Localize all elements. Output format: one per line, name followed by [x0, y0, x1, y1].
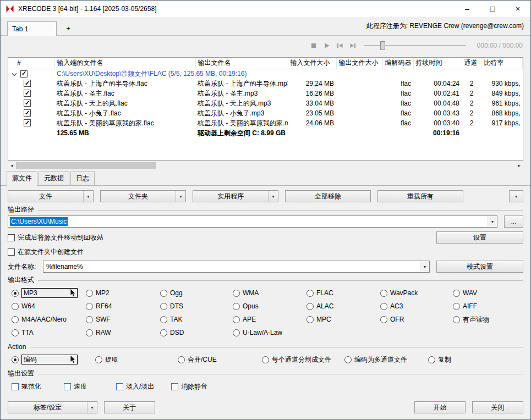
format-option[interactable]: TAK [160, 316, 233, 323]
table-row[interactable]: 杭盖乐队 - 小兔子.flac杭盖乐队 - 小兔子.mp323.05 MBfla… [8, 108, 523, 118]
output-setting-option[interactable]: 速度 [64, 382, 116, 391]
checkbox-icon[interactable] [116, 383, 123, 390]
pattern-settings-button[interactable]: 模式设置 [436, 261, 523, 273]
add-tab-button[interactable]: + [60, 21, 76, 35]
output-setting-option[interactable]: 消除静音 [171, 382, 523, 391]
checkbox-icon[interactable] [8, 234, 15, 241]
file-checkbox[interactable] [24, 90, 31, 97]
column-header-3[interactable]: 输入文件大小 [288, 58, 336, 69]
table-row[interactable]: 杭盖乐队 - 上海产的半导体.flac杭盖乐队 - 上海产的半导体.mp329.… [8, 79, 523, 89]
checkbox-icon[interactable] [12, 383, 19, 390]
format-option[interactable]: 有声读物 [453, 315, 523, 324]
column-header-4[interactable]: 输出文件大小 [336, 58, 382, 69]
expand-icon[interactable] [12, 73, 17, 76]
close-window-button[interactable]: × [505, 1, 530, 17]
output-path-combobox[interactable]: C:\Users\XU\Music ▼ [8, 215, 497, 228]
column-header-2[interactable]: 输出文件名 [195, 58, 288, 69]
about-button[interactable]: 关于 [104, 401, 155, 413]
reload-all-button[interactable]: 重载所有 [377, 190, 463, 202]
group-row[interactable]: C:\Users\XU\Desktop\音频文件\FLAC (5/5, 125.… [8, 69, 523, 79]
format-option[interactable]: MP2 [86, 289, 160, 297]
action-option[interactable]: 合并/CUE [178, 355, 262, 364]
format-option[interactable]: TTA [12, 329, 86, 336]
file-checkbox[interactable] [24, 100, 31, 107]
folder-button[interactable]: 文件夹 ▼ [100, 190, 186, 202]
format-option[interactable]: WavPack [380, 289, 453, 297]
file-button[interactable]: 文件 ▼ [8, 190, 94, 202]
settings-button[interactable]: 设置 [436, 231, 523, 244]
scrollbar-thumb[interactable] [16, 162, 156, 169]
tags-settings-button[interactable]: 标签/设定 ▼ [8, 401, 97, 413]
maximize-button[interactable]: □ [480, 1, 505, 17]
column-header-8[interactable]: 比特率 [481, 58, 523, 69]
filename-combobox[interactable]: %filename% ▼ [43, 261, 430, 273]
file-checkbox[interactable] [24, 119, 31, 126]
format-option[interactable]: ALAC [306, 302, 380, 310]
chevron-down-icon[interactable]: ▼ [420, 261, 429, 272]
format-option[interactable]: DTS [160, 302, 233, 310]
skip-start-icon[interactable] [333, 40, 347, 51]
scroll-left-icon[interactable]: ◄ [8, 162, 16, 169]
format-option[interactable]: MP3 [12, 288, 86, 298]
checkbox-icon[interactable] [64, 383, 71, 390]
scrollbar-track[interactable] [16, 162, 515, 169]
subtab-1[interactable]: 元数据 [39, 172, 69, 186]
format-option[interactable]: OFR [380, 316, 453, 323]
table-row[interactable]: 杭盖乐队 - 天上的风.flac杭盖乐队 - 天上的风.mp333.04 MBf… [8, 98, 523, 108]
format-option[interactable]: U-Law/A-Law [233, 329, 306, 336]
output-setting-option[interactable]: 规范化 [12, 382, 64, 391]
format-option[interactable]: APE [233, 316, 306, 323]
action-option[interactable]: 复制 [428, 355, 523, 364]
format-option[interactable]: DSD [160, 329, 233, 336]
scroll-right-icon[interactable]: ► [515, 162, 523, 169]
tab-1[interactable]: Tab 1 [7, 21, 57, 36]
chevron-down-icon[interactable]: ▼ [176, 191, 185, 202]
format-option[interactable]: WAV [453, 289, 523, 297]
output-setting-option[interactable]: 淡入/淡出 [116, 382, 171, 391]
more-dropdown-button[interactable]: ▼ [509, 190, 523, 202]
format-option[interactable]: FLAC [306, 289, 380, 297]
stop-icon[interactable] [307, 40, 320, 51]
format-option[interactable]: RF64 [86, 302, 160, 310]
column-header-0[interactable]: # [8, 58, 54, 69]
format-option[interactable]: RAW [86, 329, 160, 336]
format-option[interactable]: Ogg [160, 289, 233, 297]
subtab-2[interactable]: 日志 [70, 172, 95, 186]
file-checkbox[interactable] [24, 109, 31, 117]
utilities-button[interactable]: 实用程序 ▼ [193, 190, 278, 202]
column-header-5[interactable]: 编解码器 [382, 58, 413, 69]
format-option[interactable]: W64 [12, 302, 86, 310]
format-option[interactable]: AC3 [380, 302, 453, 310]
group-checkbox[interactable] [20, 70, 28, 78]
table-row[interactable]: 杭盖乐队 - 圣主.flac杭盖乐队 - 圣主.mp316.26 MBflac0… [8, 89, 523, 98]
seek-slider[interactable] [364, 40, 466, 51]
close-button[interactable]: 关闭 [472, 401, 523, 413]
horizontal-scrollbar[interactable]: ◄ ► [8, 162, 523, 169]
file-checkbox[interactable] [24, 80, 31, 87]
start-button[interactable]: 开始 [414, 401, 466, 413]
chevron-down-icon[interactable]: ▼ [83, 191, 93, 202]
browse-button[interactable]: ... [504, 215, 523, 228]
format-option[interactable]: AIFF [453, 302, 523, 310]
checkbox-icon[interactable] [8, 248, 15, 256]
play-icon[interactable] [320, 40, 333, 51]
chevron-down-icon[interactable]: ▼ [488, 216, 497, 227]
format-option[interactable]: WMA [233, 289, 306, 297]
format-option[interactable]: SWF [86, 316, 160, 323]
minimize-button[interactable]: – [455, 1, 480, 17]
action-option[interactable]: 编码 [12, 355, 95, 364]
table-row[interactable]: 杭盖乐队 - 美丽的草原我的家.flac杭盖乐队 - 美丽的草原我的家.mp32… [8, 118, 523, 128]
subtab-0[interactable]: 源文件 [7, 171, 37, 186]
chevron-down-icon[interactable]: ▼ [268, 191, 278, 202]
format-option[interactable]: MPC [306, 316, 380, 323]
column-header-7[interactable]: 通道 [462, 58, 481, 69]
checkbox-icon[interactable] [171, 383, 178, 390]
slider-thumb[interactable] [380, 41, 385, 50]
format-option[interactable]: M4A/AAC/Nero [12, 316, 86, 323]
action-option[interactable]: 提取 [95, 355, 178, 364]
chevron-down-icon[interactable]: ▼ [87, 402, 97, 413]
skip-end-icon[interactable] [347, 40, 360, 51]
format-option[interactable]: Opus [233, 302, 306, 310]
action-option[interactable]: 编码为多通道文件 [344, 355, 428, 364]
column-header-6[interactable]: 持续时间 [413, 58, 462, 69]
